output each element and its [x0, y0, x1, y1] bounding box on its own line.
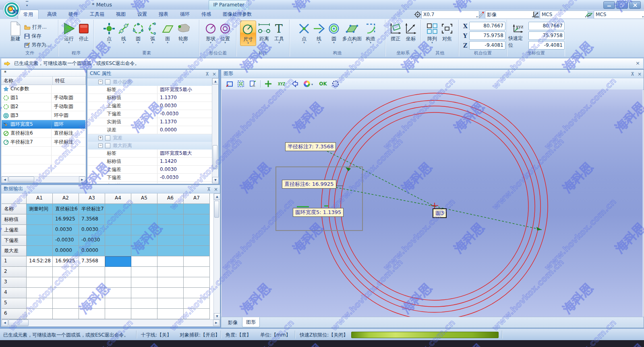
table-cell[interactable] [105, 214, 131, 225]
table-cell[interactable] [184, 204, 210, 214]
property-value[interactable]: 1.1370 [157, 94, 212, 102]
tab-image-view[interactable]: 影像 [224, 318, 241, 327]
annotation-label-center[interactable]: 圆3 [433, 208, 447, 218]
property-value[interactable]: 1.1420 [157, 158, 212, 165]
table-cell[interactable] [184, 214, 210, 225]
pen-icon[interactable] [477, 11, 485, 18]
table-cell[interactable] [79, 277, 105, 288]
table-cell[interactable]: 7.3568 [79, 256, 105, 267]
row-header[interactable]: 4 [2, 288, 27, 298]
distance-button[interactable]: 距离▾ [256, 21, 272, 45]
run-button[interactable]: 运行 ▾ [61, 21, 77, 45]
table-cell[interactable] [157, 235, 184, 246]
property-group-header[interactable]: +宽差 [88, 134, 212, 142]
tab-gaoji[interactable]: 高级 [42, 10, 62, 19]
machine-y-value[interactable]: 75.9758 [469, 31, 505, 40]
table-cell[interactable] [184, 309, 210, 319]
column-feature[interactable]: 特征 [53, 77, 86, 85]
column-header[interactable]: A2 [53, 193, 79, 204]
table-cell[interactable] [27, 309, 53, 319]
scroll-left-icon[interactable]: ◀ [2, 320, 8, 326]
ok-button[interactable]: OK [318, 80, 328, 88]
element-contour-button[interactable]: 轮廓▾ [175, 21, 191, 45]
table-cell[interactable] [131, 214, 157, 225]
mcs-combo-2[interactable]: MCS▾ [594, 10, 644, 19]
property-value[interactable]: 0.0000 [157, 126, 212, 134]
coord-z-value[interactable]: -9.4081 [528, 41, 565, 50]
tree-row[interactable]: 圆3环中圆 [2, 111, 85, 120]
scroll-up-icon[interactable]: ▲ [212, 78, 219, 85]
column-header[interactable]: A1 [27, 193, 53, 204]
table-cell[interactable] [27, 246, 53, 256]
group-checkbox[interactable] [105, 135, 110, 141]
table-cell[interactable]: 直径标注6 [53, 204, 79, 214]
table-cell[interactable] [79, 267, 105, 277]
construct-point-button[interactable]: 点▾ [297, 21, 311, 45]
mcs-combo-1[interactable]: MCS▾ [540, 10, 588, 19]
table-cell[interactable] [157, 288, 184, 298]
property-value[interactable]: 0.0030 [157, 102, 212, 110]
table-cell[interactable] [27, 298, 53, 309]
table-cell[interactable] [105, 298, 131, 309]
table-cell[interactable] [131, 235, 157, 246]
table-cell[interactable] [53, 298, 79, 309]
minimize-button[interactable] [603, 1, 615, 9]
table-cell[interactable]: 14:52:28 [27, 256, 53, 267]
table-cell[interactable] [131, 204, 157, 214]
table-cell[interactable] [184, 288, 210, 298]
cnc-vertical-scrollbar[interactable]: ▲ ▼ [212, 78, 218, 183]
table-cell[interactable] [131, 298, 157, 309]
table-cell[interactable]: 0.0000 [79, 246, 105, 256]
text-tool-button[interactable]: T 工具▾ [272, 21, 286, 45]
property-value[interactable]: 1.1370 [157, 118, 212, 126]
tree-row[interactable]: 圆1手动取圆 [2, 94, 85, 102]
table-cell[interactable]: 16.9925 [53, 214, 79, 225]
property-value[interactable]: 圆环宽度5最大 [157, 150, 212, 157]
table-cell[interactable] [157, 298, 184, 309]
table-cell[interactable]: 0.0030 [79, 225, 105, 235]
row-header[interactable]: 5 [2, 298, 27, 309]
tab-image-processing[interactable]: 图像处理参数 [217, 10, 257, 19]
table-cell[interactable] [131, 277, 157, 288]
scroll-left-icon[interactable]: ◀ [2, 177, 8, 183]
add-point-icon[interactable] [264, 80, 272, 88]
snapshot-icon[interactable] [248, 80, 257, 88]
construct-line-button[interactable]: 线▾ [311, 21, 327, 45]
tab-graphics-view[interactable]: 图形 [242, 317, 260, 327]
table-cell[interactable] [105, 309, 131, 319]
coordinate-button[interactable]: 坐标 [403, 21, 418, 42]
pin-icon[interactable]: ⊼ [631, 71, 634, 78]
zoom-window-icon[interactable] [225, 80, 233, 88]
coord-x-value[interactable]: 80.7667 [528, 22, 565, 30]
table-cell[interactable] [79, 309, 105, 319]
row-header[interactable]: 上偏差 [2, 225, 27, 235]
tab-changyong[interactable]: 常用 [18, 10, 39, 19]
close-icon[interactable]: × [638, 71, 642, 78]
table-cell[interactable] [27, 235, 53, 246]
data-horizontal-scrollbar[interactable]: ◀ ▶ [2, 319, 219, 326]
open-button[interactable]: 打开... [24, 24, 50, 31]
tree-row[interactable]: 直径标注6直径标注 [2, 129, 85, 138]
tree-row[interactable]: 圆环宽度5圆环 [2, 120, 85, 129]
dimension-button[interactable]: 尺寸▾ [240, 21, 256, 46]
property-value[interactable]: -0.0030 [157, 110, 212, 118]
annotation-label-radius[interactable]: 半径标注7: 7.3568 [285, 142, 336, 151]
table-cell[interactable] [157, 309, 184, 319]
table-cell[interactable] [184, 277, 210, 288]
table-cell[interactable] [131, 256, 157, 267]
tree-horizontal-scrollbar[interactable]: ◀ ▶ [2, 176, 85, 182]
table-cell[interactable] [53, 267, 79, 277]
property-value[interactable]: 1.1420 [157, 182, 212, 183]
table-cell[interactable] [157, 204, 184, 214]
element-plane-button[interactable]: 面▾ [160, 21, 175, 45]
tree-row[interactable]: Cnc参数 [2, 85, 85, 94]
row-header[interactable]: 1 [2, 256, 27, 267]
tab-shezhi[interactable]: 设置 [132, 10, 152, 19]
close-button[interactable] [629, 1, 641, 9]
table-cell[interactable] [79, 298, 105, 309]
table-cell[interactable] [131, 246, 157, 256]
row-header[interactable]: 下偏差 [2, 235, 27, 246]
table-cell[interactable] [157, 225, 184, 235]
element-line-button[interactable]: 线▾ [116, 21, 131, 45]
property-group-header[interactable]: −最小距离 [88, 78, 212, 86]
